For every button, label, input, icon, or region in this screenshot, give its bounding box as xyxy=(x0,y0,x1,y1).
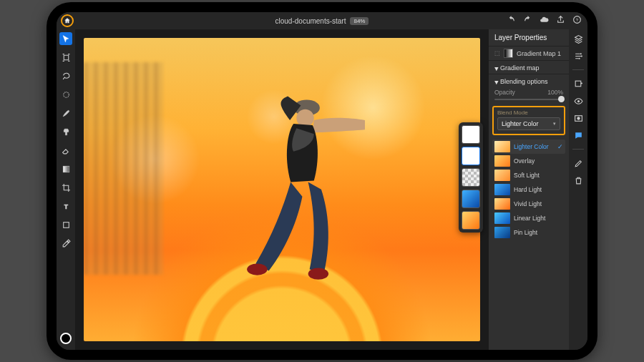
opacity-label: Opacity xyxy=(494,89,515,96)
tool-eraser[interactable] xyxy=(59,144,72,157)
blend-mode-select[interactable]: Lighter Color ▾ xyxy=(497,117,560,130)
svg-text:T: T xyxy=(64,202,68,210)
mode-swatch xyxy=(494,198,510,210)
visibility-icon[interactable] xyxy=(573,96,583,106)
layer-thumb[interactable] xyxy=(462,147,480,165)
mode-swatch xyxy=(494,155,510,167)
section-blending[interactable]: ▶Blending options xyxy=(489,74,569,87)
mode-label: Pin Light xyxy=(514,229,563,236)
mode-label: Linear Light xyxy=(514,215,563,222)
layer-thumb[interactable] xyxy=(462,211,480,230)
section-gradient-map[interactable]: ▶Gradient map xyxy=(489,60,569,74)
blend-mode-option[interactable]: Overlay xyxy=(492,154,565,168)
titlebar-actions: ? xyxy=(507,15,582,26)
svg-rect-13 xyxy=(575,81,581,87)
svg-point-11 xyxy=(580,55,582,57)
panel-title: Layer Properties xyxy=(489,29,569,47)
tool-type[interactable]: T xyxy=(59,200,72,212)
tool-crop[interactable] xyxy=(59,181,72,194)
tool-selection-brush[interactable] xyxy=(59,88,72,101)
mode-swatch xyxy=(494,212,510,224)
tool-lasso[interactable] xyxy=(59,69,72,82)
color-swatch[interactable] xyxy=(60,333,72,344)
slider-handle[interactable] xyxy=(558,96,565,102)
svg-point-10 xyxy=(580,53,581,54)
properties-icon[interactable] xyxy=(573,51,583,61)
properties-panel: Layer Properties ⬚ Gradient Map 1 ▶Gradi… xyxy=(489,29,569,350)
mode-label: Soft Light xyxy=(514,172,563,179)
layer-thumb-icon xyxy=(504,49,513,58)
svg-point-7 xyxy=(297,109,314,127)
tablet-frame: cloud-documents-start 84% ? T xyxy=(47,2,597,360)
edit-icon[interactable] xyxy=(573,158,583,168)
check-icon: ✓ xyxy=(557,143,563,150)
tool-rail: T xyxy=(57,29,75,350)
svg-point-12 xyxy=(578,57,580,59)
mode-label: Hard Light xyxy=(514,186,563,193)
adjustment-icon: ⬚ xyxy=(494,50,500,57)
undo-button[interactable] xyxy=(507,15,516,26)
opacity-value: 100% xyxy=(547,89,563,96)
delete-icon[interactable] xyxy=(573,175,583,185)
tool-clone[interactable] xyxy=(59,125,72,138)
blend-mode-box: Blend Mode Lighter Color ▾ xyxy=(492,106,565,135)
blend-mode-option[interactable]: Lighter Color ✓ xyxy=(492,140,565,154)
titlebar: cloud-documents-start 84% ? xyxy=(57,12,587,29)
svg-point-9 xyxy=(308,268,328,280)
layer-thumb[interactable] xyxy=(462,190,480,208)
add-layer-icon[interactable] xyxy=(573,79,583,89)
chevron-down-icon: ▾ xyxy=(553,121,556,127)
share-icon[interactable] xyxy=(556,15,565,26)
tool-shape[interactable] xyxy=(59,218,72,231)
layer-thumb[interactable] xyxy=(462,125,480,144)
blend-mode-option[interactable]: Linear Light xyxy=(492,211,565,225)
app-screen: cloud-documents-start 84% ? T xyxy=(57,12,587,350)
tool-move[interactable] xyxy=(59,32,72,45)
help-icon[interactable]: ? xyxy=(572,15,582,26)
zoom-level[interactable]: 84% xyxy=(350,17,369,25)
layer-thumb[interactable] xyxy=(462,168,480,187)
tool-gradient[interactable] xyxy=(59,162,72,175)
layer-thumbnail-stack[interactable] xyxy=(459,122,483,233)
mode-swatch xyxy=(494,141,510,152)
blend-mode-option[interactable]: Soft Light xyxy=(492,168,565,182)
svg-point-2 xyxy=(63,92,69,97)
tool-transform[interactable] xyxy=(59,51,72,64)
mode-label: Lighter Color xyxy=(514,143,554,150)
canvas-area[interactable] xyxy=(75,29,489,350)
bg-building xyxy=(84,62,163,275)
cloud-icon[interactable] xyxy=(540,15,549,26)
svg-text:?: ? xyxy=(576,18,579,22)
redo-button[interactable] xyxy=(523,15,532,26)
document-title: cloud-documents-start xyxy=(275,17,346,25)
opacity-slider[interactable] xyxy=(494,99,563,100)
dancer-figure xyxy=(218,80,369,298)
blend-mode-option[interactable]: Vivid Light xyxy=(492,197,565,211)
mode-label: Overlay xyxy=(514,157,563,165)
layer-name: Gradient Map 1 xyxy=(517,50,561,57)
tool-eyedropper[interactable] xyxy=(59,237,72,250)
svg-rect-3 xyxy=(63,166,69,172)
mode-swatch xyxy=(494,184,510,195)
mode-label: Vivid Light xyxy=(514,200,563,207)
tool-brush[interactable] xyxy=(59,107,72,119)
mask-icon[interactable] xyxy=(573,113,583,123)
svg-point-16 xyxy=(577,117,580,119)
comments-icon[interactable] xyxy=(573,130,583,140)
right-rail xyxy=(569,29,587,350)
canvas-image xyxy=(84,38,480,341)
active-layer-row[interactable]: ⬚ Gradient Map 1 xyxy=(489,47,569,60)
svg-point-8 xyxy=(247,264,267,275)
blend-mode-label: Blend Mode xyxy=(497,109,560,116)
layers-icon[interactable] xyxy=(573,34,583,44)
blend-mode-option[interactable]: Pin Light xyxy=(492,225,565,240)
blend-mode-list: Lighter Color ✓ Overlay Soft Light Hard … xyxy=(489,140,569,240)
mode-swatch xyxy=(494,170,510,181)
svg-rect-5 xyxy=(63,222,69,228)
svg-point-14 xyxy=(577,99,579,102)
home-button[interactable] xyxy=(61,14,74,27)
mode-swatch xyxy=(494,227,510,238)
blend-mode-option[interactable]: Hard Light xyxy=(492,182,565,197)
